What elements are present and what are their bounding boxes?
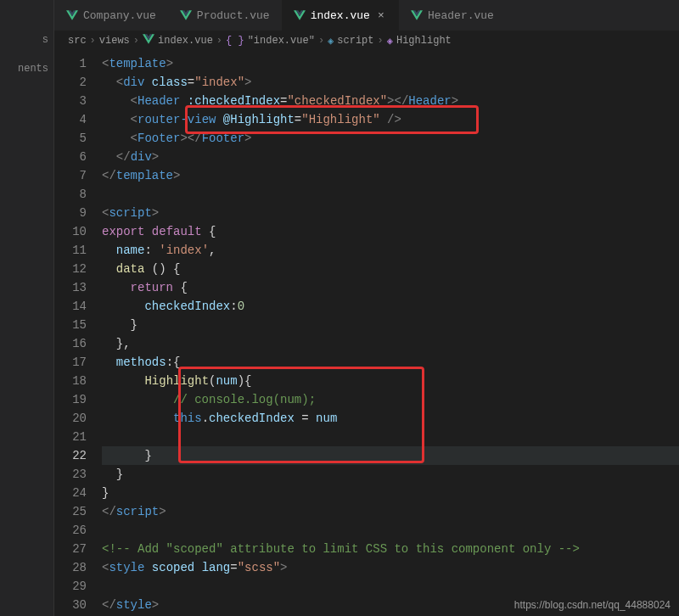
code-line[interactable]: </div> bbox=[102, 148, 679, 166]
code-line[interactable] bbox=[102, 521, 679, 540]
tab-Product-vue[interactable]: Product.vue bbox=[168, 0, 282, 31]
line-number: 29 bbox=[54, 577, 102, 596]
tab-Header-vue[interactable]: Header.vue bbox=[399, 0, 506, 31]
line-number: 10 bbox=[54, 222, 102, 241]
tab-label: Product.vue bbox=[197, 9, 270, 22]
watermark-text: https://blog.csdn.net/qq_44888024 bbox=[514, 599, 671, 611]
code-line[interactable]: } bbox=[102, 465, 679, 484]
line-number: 18 bbox=[54, 372, 102, 390]
chevron-right-icon: › bbox=[90, 35, 96, 47]
code-line[interactable] bbox=[102, 577, 679, 596]
code-line[interactable]: Highlight(num){ bbox=[102, 372, 679, 390]
code-line[interactable]: checkedIndex:0 bbox=[102, 297, 679, 316]
line-number: 6 bbox=[54, 148, 102, 166]
code-line[interactable]: <template> bbox=[102, 54, 679, 73]
code-line[interactable]: name: 'index', bbox=[102, 241, 679, 260]
chevron-right-icon: › bbox=[318, 35, 324, 47]
sidebar-item[interactable]: s bbox=[0, 25, 53, 54]
line-number: 5 bbox=[54, 129, 102, 148]
chevron-right-icon: › bbox=[378, 35, 384, 47]
breadcrumb-segment[interactable]: views bbox=[99, 35, 130, 47]
tab-Company-vue[interactable]: Company.vue bbox=[54, 0, 168, 31]
line-number-gutter: 1234567891011121314151617181920212223242… bbox=[54, 51, 102, 616]
chevron-right-icon: › bbox=[133, 35, 139, 47]
line-number: 23 bbox=[54, 465, 102, 484]
line-number: 24 bbox=[54, 484, 102, 502]
line-number: 16 bbox=[54, 334, 102, 353]
code-line[interactable]: <script> bbox=[102, 204, 679, 222]
line-number: 15 bbox=[54, 316, 102, 334]
line-number: 1 bbox=[54, 54, 102, 73]
line-number: 20 bbox=[54, 409, 102, 428]
code-line[interactable] bbox=[102, 185, 679, 204]
close-icon[interactable]: × bbox=[375, 9, 387, 21]
line-number: 9 bbox=[54, 204, 102, 222]
code-line[interactable]: } bbox=[102, 316, 679, 334]
code-line[interactable]: <div class="index"> bbox=[102, 73, 679, 92]
vue-file-icon bbox=[411, 10, 423, 20]
chevron-right-icon: › bbox=[216, 35, 222, 47]
code-line[interactable]: </template> bbox=[102, 166, 679, 185]
line-number: 22 bbox=[54, 446, 102, 465]
code-line[interactable]: // console.log(num); bbox=[102, 390, 679, 409]
breadcrumb-segment[interactable]: script bbox=[337, 35, 373, 47]
code-line[interactable] bbox=[102, 428, 679, 446]
vue-file-icon bbox=[180, 10, 192, 20]
sidebar: s nents bbox=[0, 0, 54, 616]
main: Company.vueProduct.vueindex.vue×Header.v… bbox=[54, 0, 679, 616]
braces-icon: { } bbox=[226, 35, 244, 47]
line-number: 27 bbox=[54, 540, 102, 558]
line-number: 30 bbox=[54, 596, 102, 614]
breadcrumb-segment[interactable]: index.vue bbox=[158, 35, 213, 47]
tab-index-vue[interactable]: index.vue× bbox=[282, 0, 399, 31]
line-number: 13 bbox=[54, 278, 102, 297]
line-number: 4 bbox=[54, 110, 102, 129]
line-number: 11 bbox=[54, 241, 102, 260]
line-number: 12 bbox=[54, 260, 102, 278]
code-area[interactable]: <template> <div class="index"> <Header :… bbox=[102, 51, 679, 616]
code-line[interactable]: <!-- Add "scoped" attribute to limit CSS… bbox=[102, 540, 679, 558]
code-line[interactable]: }, bbox=[102, 334, 679, 353]
line-number: 3 bbox=[54, 92, 102, 110]
line-number: 8 bbox=[54, 185, 102, 204]
breadcrumb-segment[interactable]: src bbox=[68, 35, 87, 47]
tab-label: Company.vue bbox=[83, 9, 156, 22]
code-line[interactable]: } bbox=[102, 446, 679, 465]
vue-file-icon bbox=[294, 10, 306, 20]
line-number: 28 bbox=[54, 558, 102, 577]
code-line[interactable]: export default { bbox=[102, 222, 679, 241]
line-number: 7 bbox=[54, 166, 102, 185]
cube-icon: ◈ bbox=[328, 35, 334, 48]
code-line[interactable]: <Header :checkedIndex="checkedIndex"></H… bbox=[102, 92, 679, 110]
code-line[interactable]: methods:{ bbox=[102, 353, 679, 372]
sidebar-item[interactable]: nents bbox=[0, 54, 53, 83]
line-number: 17 bbox=[54, 353, 102, 372]
code-line[interactable]: <router-view @Highlight="Highlight" /> bbox=[102, 110, 679, 129]
tab-label: Header.vue bbox=[428, 9, 494, 22]
line-number: 25 bbox=[54, 502, 102, 521]
code-line[interactable]: } bbox=[102, 484, 679, 502]
line-number: 19 bbox=[54, 390, 102, 409]
tab-label: index.vue bbox=[311, 9, 370, 22]
breadcrumb-segment[interactable]: Highlight bbox=[396, 35, 452, 47]
line-number: 21 bbox=[54, 428, 102, 446]
code-line[interactable]: return { bbox=[102, 278, 679, 297]
code-editor[interactable]: 1234567891011121314151617181920212223242… bbox=[54, 51, 679, 616]
breadcrumb-segment[interactable]: "index.vue" bbox=[248, 35, 315, 47]
tab-bar: Company.vueProduct.vueindex.vue×Header.v… bbox=[54, 0, 679, 31]
line-number: 26 bbox=[54, 521, 102, 540]
line-number: 14 bbox=[54, 297, 102, 316]
cube-icon: ◈ bbox=[387, 35, 393, 48]
vue-file-icon bbox=[143, 34, 154, 44]
code-line[interactable]: this.checkedIndex = num bbox=[102, 409, 679, 428]
line-number: 2 bbox=[54, 73, 102, 92]
vue-file-icon bbox=[66, 10, 78, 20]
code-line[interactable]: </script> bbox=[102, 502, 679, 521]
code-line[interactable]: data () { bbox=[102, 260, 679, 278]
code-line[interactable]: <Footer></Footer> bbox=[102, 129, 679, 148]
code-line[interactable]: <style scoped lang="scss"> bbox=[102, 558, 679, 577]
breadcrumb: src›views›index.vue›{ }"index.vue"›◈scri… bbox=[54, 31, 679, 51]
